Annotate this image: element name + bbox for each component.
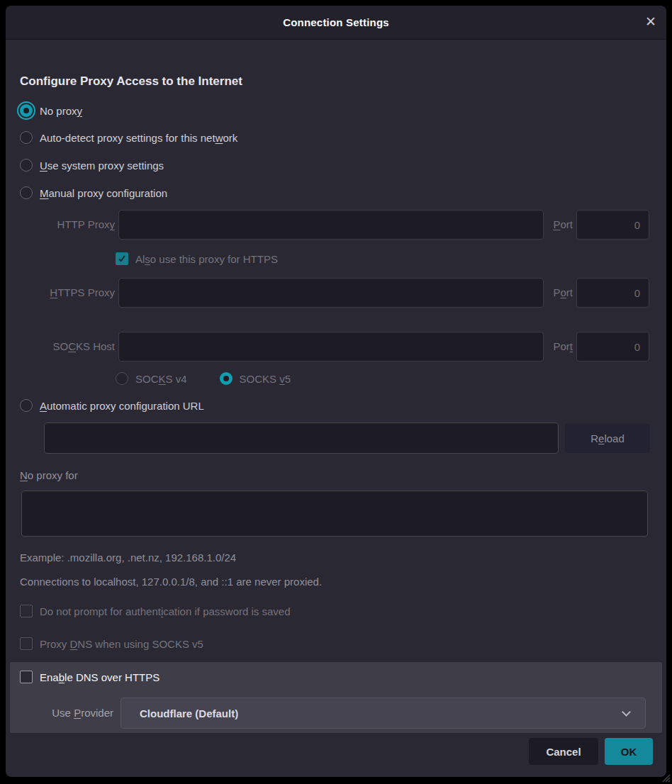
checkbox-enable-doh[interactable]: Enable DNS over HTTPS	[20, 668, 159, 685]
chevron-down-icon	[622, 707, 631, 717]
no-proxy-for-textarea[interactable]	[21, 491, 648, 537]
https-proxy-input[interactable]	[118, 278, 544, 308]
radio-icon-socks-v4[interactable]	[116, 372, 128, 385]
close-button[interactable]: ✕	[642, 13, 660, 31]
http-port-input[interactable]	[576, 210, 649, 240]
socks-host-row: SOCKS Host Port	[20, 332, 655, 362]
no-proxy-for-label: No proxy for	[20, 467, 78, 484]
connection-settings-dialog: Connection Settings ✕ Configure Proxy Ac…	[6, 6, 666, 777]
socks-v5-label: SOCKS v5	[240, 373, 291, 385]
radio-icon	[20, 186, 33, 199]
radio-icon	[20, 159, 33, 172]
https-proxy-row: HTTPS Proxy Port	[20, 278, 655, 308]
https-port-input[interactable]	[576, 278, 649, 308]
radio-icon	[20, 131, 33, 144]
radio-icon-socks-v5[interactable]	[220, 372, 233, 385]
checkbox-label: Enable DNS over HTTPS	[40, 671, 159, 683]
radio-option-auto-detect[interactable]: Auto-detect proxy settings for this netw…	[20, 129, 237, 146]
socks-host-label: SOCKS Host	[20, 332, 115, 362]
checkbox-no-prompt-auth[interactable]: Do not prompt for authentication if pass…	[20, 603, 291, 620]
ok-button[interactable]: OK	[605, 738, 653, 765]
http-proxy-row: HTTP Proxy Port	[20, 210, 655, 240]
http-proxy-label: HTTP Proxy	[20, 210, 115, 240]
https-port-label: Port	[546, 278, 573, 308]
checkbox-label: Also use this proxy for HTTPS	[135, 253, 278, 265]
check-icon	[118, 254, 126, 263]
radio-option-autoconfig[interactable]: Automatic proxy configuration URL	[20, 397, 204, 414]
checkbox-proxy-dns[interactable]: Proxy DNS when using SOCKS v5	[20, 635, 203, 652]
radio-label: Automatic proxy configuration URL	[40, 400, 204, 412]
https-proxy-label: HTTPS Proxy	[20, 278, 115, 308]
cancel-button[interactable]: Cancel	[529, 738, 598, 765]
http-port-label: Port	[546, 210, 573, 240]
radio-option-manual-proxy[interactable]: Manual proxy configuration	[20, 184, 167, 201]
radio-label: No proxy	[40, 105, 82, 117]
checkbox-icon	[20, 605, 33, 617]
radio-icon	[20, 399, 33, 412]
radio-label: Manual proxy configuration	[40, 187, 167, 199]
no-proxy-example-text: Example: .mozilla.org, .net.nz, 192.168.…	[20, 549, 236, 566]
dialog-title: Connection Settings	[283, 16, 389, 28]
socks-port-label: Port	[546, 332, 573, 362]
radio-label: Use system proxy settings	[40, 159, 164, 172]
checkbox-icon	[20, 671, 33, 683]
close-icon: ✕	[645, 14, 656, 29]
provider-selected-value: Cloudflare (Default)	[140, 707, 238, 719]
checkbox-icon	[20, 637, 33, 650]
doh-section: Enable DNS over HTTPS Use Provider Cloud…	[10, 662, 662, 733]
socks-host-input[interactable]	[118, 332, 544, 362]
radio-option-system-proxy[interactable]: Use system proxy settings	[20, 157, 164, 174]
resize-grip[interactable]	[659, 771, 671, 783]
http-proxy-input[interactable]	[118, 210, 544, 240]
radio-option-no-proxy[interactable]: No proxy	[20, 102, 82, 119]
provider-select[interactable]: Cloudflare (Default)	[121, 698, 646, 729]
localhost-note-text: Connections to localhost, 127.0.0.1/8, a…	[20, 573, 322, 590]
socks-v4-label: SOCKS v4	[135, 373, 187, 385]
radio-icon	[20, 104, 33, 117]
socks-port-input[interactable]	[576, 332, 649, 362]
autoconfig-url-input[interactable]	[44, 422, 559, 454]
radio-label: Auto-detect proxy settings for this netw…	[40, 132, 237, 144]
checkbox-also-https[interactable]: Also use this proxy for HTTPS	[116, 250, 278, 267]
dialog-titlebar: Connection Settings ✕	[6, 6, 666, 40]
reload-button[interactable]: Reload	[565, 424, 650, 453]
provider-label: Use Provider	[20, 698, 113, 729]
checkbox-label: Proxy DNS when using SOCKS v5	[40, 638, 203, 650]
socks-version-row: SOCKS v4 SOCKS v5	[116, 370, 291, 387]
page-title: Configure Proxy Access to the Internet	[20, 74, 242, 89]
checkbox-label: Do not prompt for authentication if pass…	[40, 605, 291, 617]
checkbox-icon	[116, 252, 128, 265]
screen: { "window": { "title": "Connection Setti…	[0, 0, 672, 784]
